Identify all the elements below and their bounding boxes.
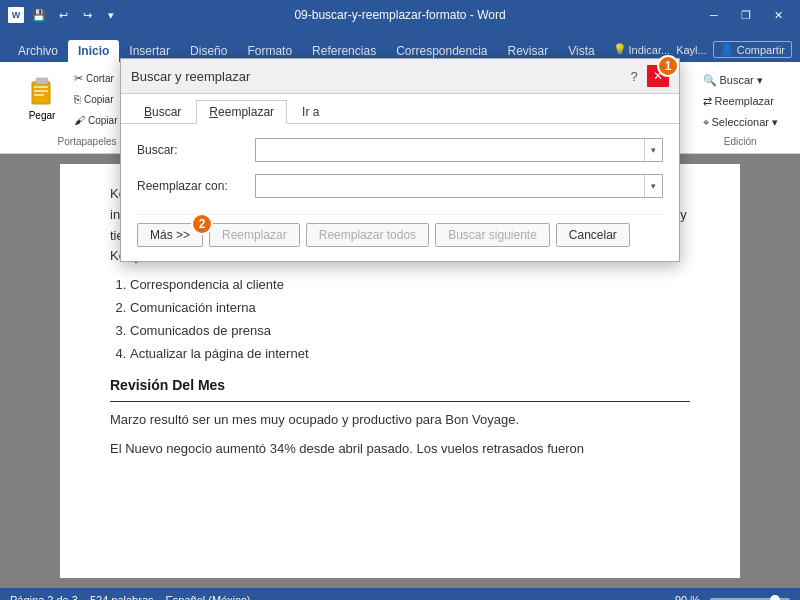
reemplazar-button[interactable]: ⇄ Reemplazar xyxy=(699,91,782,111)
dialog-tabs: Buscar Reemplazar Ir a xyxy=(121,94,679,124)
person-icon: 👤 xyxy=(720,43,734,56)
step-badge-2: 2 xyxy=(191,213,213,235)
paste-label: Pegar xyxy=(29,110,56,121)
minimize-button[interactable]: ─ xyxy=(700,0,728,30)
buscar-field: Buscar: ▾ xyxy=(137,138,663,162)
word-icon: W xyxy=(8,7,24,23)
replace-icon: ⇄ xyxy=(703,95,712,108)
find-replace-dialog[interactable]: Buscar y reemplazar ? ✕ 1 Buscar Reempla… xyxy=(120,58,680,262)
undo-button[interactable]: ↩ xyxy=(54,6,72,24)
dialog-help-button[interactable]: ? xyxy=(625,67,643,85)
section-title: Revisión Del Mes xyxy=(110,374,690,401)
save-button[interactable]: 💾 xyxy=(30,6,48,24)
list-item-1: Correspondencia al cliente xyxy=(130,275,690,296)
svg-rect-0 xyxy=(32,82,50,104)
list-item-3: Comunicados de prensa xyxy=(130,321,690,342)
section-para-2: El Nuevo negocio aumentó 34% desde abril… xyxy=(110,439,690,460)
buscar-dropdown-icon: ▾ xyxy=(757,74,763,87)
zoom-level: 90 % xyxy=(675,594,700,600)
buscar-input[interactable] xyxy=(256,139,644,161)
reemplazar-input[interactable] xyxy=(256,175,644,197)
language: Español (México) xyxy=(166,594,251,600)
svg-rect-1 xyxy=(36,78,48,84)
svg-rect-4 xyxy=(34,94,44,96)
dialog-title-text: Buscar y reemplazar xyxy=(131,69,250,84)
buscar-siguiente-btn[interactable]: Buscar siguiente xyxy=(435,223,550,247)
reemplazar-todos-btn[interactable]: Reemplazar todos xyxy=(306,223,429,247)
seleccionar-button[interactable]: ⌖ Seleccionar ▾ xyxy=(699,112,782,132)
tab-inicio[interactable]: Inicio xyxy=(68,40,119,62)
reemplazar-dropdown-arrow[interactable]: ▾ xyxy=(644,175,662,197)
status-left: Página 2 de 3 524 palabras Español (Méxi… xyxy=(10,594,250,600)
cut-icon: ✂ xyxy=(74,72,83,85)
title-bar: W 💾 ↩ ↪ ▾ 09-buscar-y-reemplazar-formato… xyxy=(0,0,800,30)
indicator[interactable]: 💡 Indicar... xyxy=(613,43,671,56)
dialog-tab-reemplazar[interactable]: Reemplazar xyxy=(196,100,287,124)
buscar-button[interactable]: 🔍 Buscar ▾ xyxy=(699,70,782,90)
search-icon: 🔍 xyxy=(703,74,717,87)
edicion-content: 🔍 Buscar ▾ ⇄ Reemplazar ⌖ Seleccionar ▾ xyxy=(697,68,784,134)
buscar-dropdown-arrow[interactable]: ▾ xyxy=(644,139,662,161)
bulb-icon: 💡 xyxy=(613,43,627,56)
seleccionar-dropdown-icon: ▾ xyxy=(772,116,778,129)
tab-archivo[interactable]: Archivo xyxy=(8,40,68,62)
ribbon-group-edicion: 🔍 Buscar ▾ ⇄ Reemplazar ⌖ Seleccionar ▾ … xyxy=(689,66,792,149)
status-right: 90 % xyxy=(675,594,790,600)
buscar-label: Buscar: xyxy=(137,143,247,157)
document-list: Correspondencia al cliente Comunicación … xyxy=(130,275,690,364)
title-bar-right: ─ ❐ ✕ xyxy=(700,0,792,30)
cancelar-btn[interactable]: Cancelar xyxy=(556,223,630,247)
zoom-thumb xyxy=(770,595,780,600)
dialog-body: Buscar: ▾ Reemplazar con: ▾ Más >> 2 xyxy=(121,124,679,261)
svg-rect-3 xyxy=(34,90,48,92)
section-para-1: Marzo resultó ser un mes muy ocupado y p… xyxy=(110,410,690,431)
dialog-tab-buscar[interactable]: Buscar xyxy=(131,100,194,123)
redo-button[interactable]: ↪ xyxy=(78,6,96,24)
dialog-tab-ira[interactable]: Ir a xyxy=(289,100,332,123)
share-button[interactable]: 👤 Compartir xyxy=(713,41,792,58)
list-item-4: Actualizar la página de internet xyxy=(130,344,690,365)
cursor-icon: ⌖ xyxy=(703,116,709,129)
paste-button[interactable]: Pegar xyxy=(16,68,68,123)
customize-quick-access[interactable]: ▾ xyxy=(102,6,120,24)
user-name[interactable]: Kayl... xyxy=(676,44,707,56)
status-bar: Página 2 de 3 524 palabras Español (Méxi… xyxy=(0,588,800,600)
word-count: 524 palabras xyxy=(90,594,154,600)
dialog-title-buttons: ? ✕ 1 xyxy=(625,65,669,87)
more-btn-wrap: Más >> 2 xyxy=(137,223,203,247)
portapapeles-label: Portapapeles xyxy=(58,134,117,147)
page-info: Página 2 de 3 xyxy=(10,594,78,600)
dialog-buttons: Más >> 2 Reemplazar Reemplazar todos Bus… xyxy=(137,214,663,247)
window-title: 09-buscar-y-reemplazar-formato - Word xyxy=(294,8,505,22)
dialog-close-button[interactable]: ✕ 1 xyxy=(647,65,669,87)
reemplazar-label: Reemplazar con: xyxy=(137,179,247,193)
paste-icon xyxy=(28,74,56,106)
step-badge-1: 1 xyxy=(657,55,679,77)
title-bar-left: W 💾 ↩ ↪ ▾ xyxy=(8,6,120,24)
brush-icon: 🖌 xyxy=(74,114,85,126)
list-item-2: Comunicación interna xyxy=(130,298,690,319)
copy-icon: ⎘ xyxy=(74,93,81,105)
svg-rect-2 xyxy=(34,86,48,88)
reemplazar-input-wrap: ▾ xyxy=(255,174,663,198)
restore-button[interactable]: ❐ xyxy=(732,0,760,30)
reemplazar-field: Reemplazar con: ▾ xyxy=(137,174,663,198)
close-window-button[interactable]: ✕ xyxy=(764,0,792,30)
reemplazar-btn[interactable]: Reemplazar xyxy=(209,223,300,247)
dialog-title-bar: Buscar y reemplazar ? ✕ 1 xyxy=(121,59,679,94)
edicion-label: Edición xyxy=(724,134,757,147)
buscar-input-wrap: ▾ xyxy=(255,138,663,162)
